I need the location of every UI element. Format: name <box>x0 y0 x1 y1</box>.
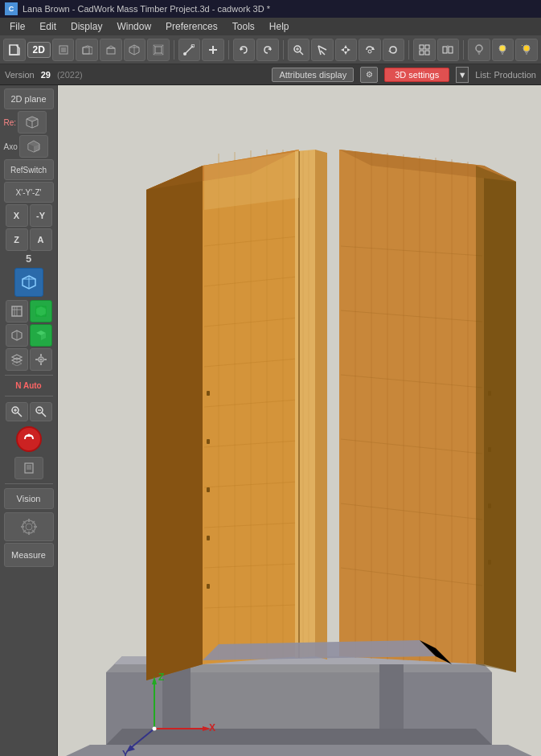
svg-marker-164 <box>315 150 327 659</box>
sidebar-sep-1 <box>5 375 53 376</box>
svg-marker-21 <box>240 47 244 51</box>
toolbar-new-btn[interactable] <box>3 39 26 61</box>
toolbar-sep-4 <box>408 40 409 60</box>
sidebar-y-btn[interactable]: -Y <box>30 204 52 227</box>
sidebar-2dplane-btn[interactable]: 2D plane <box>4 88 54 109</box>
sidebar-n-auto-label[interactable]: N Auto <box>14 380 43 392</box>
sidebar-green-cube-1-btn[interactable] <box>30 300 52 323</box>
toolbar-3d-front[interactable] <box>52 39 75 61</box>
menu-file[interactable]: File <box>3 19 31 34</box>
toolbar-draw-line[interactable] <box>178 39 201 61</box>
toolbar-rotate[interactable] <box>359 39 381 61</box>
menu-preferences[interactable]: Preferences <box>159 19 224 34</box>
toolbar-light-3[interactable] <box>515 39 538 61</box>
toolbar-2d-btn[interactable]: 2D <box>27 42 51 58</box>
toolbar-light-off[interactable] <box>468 39 490 61</box>
svg-line-24 <box>300 51 303 55</box>
sidebar-ref-cube-btn[interactable] <box>18 111 47 134</box>
sidebar-cog-area[interactable] <box>4 512 54 541</box>
svg-line-91 <box>42 413 46 417</box>
sidebar-zoom-out-btn[interactable] <box>30 402 52 421</box>
ref-label: Re: <box>4 118 17 127</box>
toolbar-light-on[interactable] <box>492 39 514 61</box>
toolbar-redo[interactable] <box>256 39 279 61</box>
svg-point-99 <box>26 524 32 530</box>
svg-marker-141 <box>339 150 484 664</box>
sidebar-x-btn[interactable]: X <box>6 204 28 227</box>
sidebar-za-row: Z A <box>6 228 52 251</box>
toolbar-select[interactable] <box>311 39 334 61</box>
sidebar-active-tool-btn[interactable] <box>14 268 43 297</box>
sidebar-a-btn[interactable]: A <box>30 228 52 251</box>
version-year: (2022) <box>57 70 83 80</box>
svg-rect-5 <box>107 48 115 54</box>
sidebar-red-circle-btn[interactable] <box>16 426 42 452</box>
svg-line-53 <box>522 45 523 46</box>
svg-marker-32 <box>341 48 344 51</box>
svg-marker-55 <box>27 117 38 121</box>
toolbar-3d-side[interactable] <box>76 39 98 61</box>
svg-point-35 <box>368 50 371 53</box>
version-number: 29 <box>41 70 51 80</box>
sidebar-ref-row: Re: <box>4 111 54 134</box>
svg-rect-101 <box>28 532 30 535</box>
attr-display-button[interactable]: Attributes display <box>272 68 354 82</box>
toolbar-refresh[interactable] <box>383 39 405 61</box>
sidebar-page-btn[interactable] <box>14 457 43 479</box>
toolbar-zoom-in[interactable] <box>288 39 310 61</box>
sidebar-3d-cube-btn[interactable] <box>6 324 28 347</box>
toolbar-undo[interactable] <box>233 39 256 61</box>
svg-marker-77 <box>12 355 22 360</box>
svg-rect-100 <box>28 519 30 522</box>
sidebar-z-btn[interactable]: Z <box>6 228 28 251</box>
menu-tools[interactable]: Tools <box>226 19 261 34</box>
sidebar-zoom-in-btn[interactable] <box>6 402 28 421</box>
toolbar-mirror[interactable] <box>437 39 460 61</box>
sidebar-settings-row <box>6 348 52 371</box>
d3-settings-dropdown[interactable]: ▼ <box>456 67 469 83</box>
svg-rect-41 <box>443 47 447 53</box>
sidebar-refswitch-btn[interactable]: RefSwitch <box>4 159 54 180</box>
sidebar-layers-btn[interactable] <box>6 348 28 371</box>
svg-marker-116 <box>66 745 532 756</box>
sidebar-xy-row: X -Y <box>6 204 52 227</box>
axo-label: Axo <box>4 142 18 151</box>
toolbar-sep-5 <box>463 40 464 60</box>
menu-help[interactable]: Help <box>263 19 296 34</box>
menu-window[interactable]: Window <box>110 19 158 34</box>
menu-display[interactable]: Display <box>64 19 109 34</box>
sidebar-axo-cube-btn[interactable] <box>19 135 48 158</box>
svg-rect-0 <box>10 45 18 55</box>
svg-marker-6 <box>107 46 115 48</box>
sidebar-measure-btn[interactable]: Measure <box>4 543 54 567</box>
svg-marker-33 <box>347 48 350 51</box>
svg-rect-103 <box>34 526 37 528</box>
toolbar-3d-iso[interactable] <box>124 39 146 61</box>
toolbar-3d-perspective[interactable] <box>147 39 170 61</box>
sidebar-sep-2 <box>5 396 53 396</box>
sidebar-cube-outline-btn[interactable] <box>6 300 28 323</box>
menu-bar: File Edit Display Window Preferences Too… <box>0 18 541 35</box>
svg-rect-37 <box>420 45 424 49</box>
sidebar-gear-btn[interactable] <box>30 348 52 371</box>
toolbar-grid[interactable] <box>413 39 436 61</box>
svg-marker-163 <box>295 150 315 658</box>
toolbar-add[interactable] <box>202 39 224 61</box>
sidebar-xyz-btn[interactable]: X'-Y'-Z' <box>4 182 54 203</box>
sidebar-green-cube-2-btn[interactable] <box>30 324 52 347</box>
toolbar-move[interactable] <box>335 39 358 61</box>
viewport[interactable]: Viewer mode <box>58 85 541 756</box>
svg-point-47 <box>499 45 506 51</box>
settings-icon-button[interactable]: ⚙ <box>360 67 378 83</box>
sidebar-axo-row: Axo <box>4 135 54 158</box>
svg-rect-83 <box>40 363 42 365</box>
svg-marker-79 <box>12 361 22 366</box>
svg-rect-2 <box>61 47 66 52</box>
d3-settings-button[interactable]: 3D settings <box>384 68 449 82</box>
list-production-label: List: Production <box>475 70 536 80</box>
svg-rect-85 <box>44 359 47 360</box>
sidebar-vision-btn[interactable]: Vision <box>4 488 54 509</box>
menu-edit[interactable]: Edit <box>33 19 63 34</box>
svg-rect-102 <box>21 526 24 528</box>
toolbar-3d-top[interactable] <box>100 39 122 61</box>
